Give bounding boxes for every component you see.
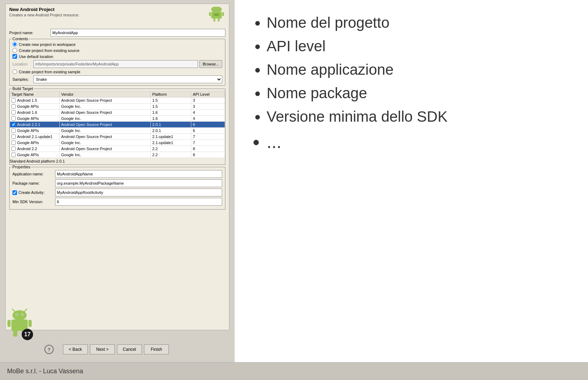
table-row[interactable]: Google APIs Google Inc. 2.1-update1 7 — [10, 140, 225, 146]
radio-sample-row[interactable]: Create project from existing sample — [12, 69, 222, 74]
cell-platform: 2.1-update1 — [151, 134, 191, 140]
col-target-name: Target Name — [10, 91, 60, 97]
bullet-item: Versione minima dello SDK — [267, 108, 570, 125]
cell-api: 6 — [191, 122, 225, 128]
cell-api: 4 — [191, 110, 225, 116]
cell-api: 8 — [191, 152, 225, 158]
table-row[interactable]: Android 1.5 Android Open Source Project … — [10, 97, 225, 104]
cell-vendor: Android Open Source Project — [60, 146, 151, 152]
row-checkbox[interactable] — [11, 122, 16, 127]
svg-rect-4 — [214, 19, 215, 22]
checkbox-default-location[interactable] — [12, 54, 17, 59]
bottom-area: 17 ? < Back Next > Cancel Finish — [5, 330, 229, 359]
cell-api: 7 — [191, 134, 225, 140]
cell-platform: 2.0.1 — [151, 122, 191, 128]
project-name-input[interactable] — [50, 29, 225, 37]
dialog-header: New Android Project Creates a new Androi… — [6, 4, 229, 27]
help-button[interactable]: ? — [44, 345, 54, 354]
cell-api: 3 — [191, 104, 225, 110]
row-checkbox[interactable] — [11, 134, 16, 139]
target-name-text: Android 2.0.1 — [17, 122, 40, 127]
package-name-row: Package name: — [12, 179, 222, 187]
app-name-label: Application name: — [12, 172, 55, 176]
next-button[interactable]: Next > — [90, 344, 115, 354]
table-row[interactable]: Google APIs Google Inc. 1.5 3 — [10, 104, 225, 110]
badge-number: 17 — [22, 329, 33, 340]
target-name-text: Android 2.2 — [17, 147, 37, 151]
package-name-input[interactable] — [55, 179, 222, 187]
cell-target-name: Android 2.1-update1 — [10, 134, 60, 140]
cell-api: 4 — [191, 116, 225, 122]
row-checkbox[interactable] — [11, 104, 16, 109]
target-name-text: Google APIs — [17, 104, 39, 109]
row-checkbox[interactable] — [11, 128, 16, 133]
svg-point-18 — [16, 314, 17, 315]
cell-vendor: Android Open Source Project — [60, 97, 151, 104]
radio-existing-input[interactable] — [12, 48, 17, 53]
table-row[interactable]: Android 2.2 Android Open Source Project … — [10, 146, 225, 152]
contents-section: Contents Create new project in workspace… — [9, 39, 225, 86]
footer: MoBe s.r.l. - Luca Vassena — [0, 362, 588, 380]
radio-sample-input[interactable] — [12, 69, 17, 74]
cell-target-name: Android 1.6 — [10, 110, 60, 116]
dialog-box: New Android Project Creates a new Androi… — [5, 4, 229, 330]
cell-platform: 2.0.1 — [151, 128, 191, 134]
cell-vendor: Android Open Source Project — [60, 134, 151, 140]
build-target-label: Build Target — [12, 86, 34, 91]
dialog-header-text: New Android Project Creates a new Androi… — [9, 7, 208, 17]
min-sdk-row: Min SDK Version: — [12, 198, 222, 206]
cell-api: 8 — [191, 146, 225, 152]
svg-line-15 — [24, 309, 27, 312]
dialog-content: Project name: Contents Create new projec… — [6, 27, 229, 330]
app-name-input[interactable] — [55, 170, 222, 178]
svg-rect-22 — [28, 320, 32, 327]
checkbox-default-location-row[interactable]: Use default location — [12, 54, 222, 59]
target-name-text: Google APIs — [17, 153, 39, 157]
radio-existing-source[interactable]: Create project from existing source — [12, 48, 222, 53]
back-button[interactable]: < Back — [63, 344, 88, 354]
location-input[interactable] — [33, 60, 198, 68]
cell-api: 3 — [191, 97, 225, 104]
table-row[interactable]: Google APIs Google Inc. 2.0.1 6 — [10, 128, 225, 134]
bullet-item: ... — [267, 132, 570, 152]
create-activity-checkbox[interactable] — [12, 190, 17, 195]
target-name-text: Android 1.6 — [17, 110, 37, 115]
row-checkbox[interactable] — [11, 116, 16, 121]
bullet-list: Nome del progettoAPI levelNome applicazi… — [252, 14, 570, 152]
browse-button[interactable]: Browse... — [199, 60, 222, 68]
samples-row: Samples: Snake — [12, 75, 222, 83]
radio-new-label: Create new project in workspace — [19, 42, 76, 47]
cell-vendor: Android Open Source Project — [60, 122, 151, 128]
table-row[interactable]: Android 2.0.1 Android Open Source Projec… — [10, 122, 225, 128]
cancel-button[interactable]: Cancel — [117, 344, 142, 354]
table-row[interactable]: Android 1.6 Android Open Source Project … — [10, 110, 225, 116]
table-row[interactable]: Android 2.1-update1 Android Open Source … — [10, 134, 225, 140]
min-sdk-input[interactable] — [55, 198, 222, 206]
min-sdk-label: Min SDK Version: — [12, 200, 55, 204]
row-checkbox[interactable] — [11, 153, 16, 157]
radio-new-project[interactable]: Create new project in workspace — [12, 42, 222, 47]
finish-button[interactable]: Finish — [144, 344, 169, 354]
bullet-item: API level — [267, 38, 570, 55]
svg-rect-12 — [214, 14, 219, 16]
cell-vendor: Android Open Source Project — [60, 110, 151, 116]
cell-target-name: Android 2.2 — [10, 146, 60, 152]
create-activity-input[interactable] — [55, 189, 222, 196]
cell-vendor: Google Inc. — [60, 128, 151, 134]
location-row: Location: Browse... — [12, 60, 222, 68]
radio-new-input[interactable] — [12, 42, 17, 47]
cell-platform: 1.6 — [151, 110, 191, 116]
samples-select[interactable]: Snake — [33, 75, 222, 83]
bullet-item: Nome applicazione — [267, 61, 570, 78]
row-checkbox[interactable] — [11, 98, 16, 102]
table-row[interactable]: Google APIs Google Inc. 1.6 4 — [10, 116, 225, 122]
svg-line-14 — [12, 309, 15, 312]
radio-existing-label: Create project from existing source — [19, 48, 80, 53]
row-checkbox[interactable] — [11, 141, 16, 145]
bullet-item: Nome del progetto — [267, 14, 570, 31]
svg-rect-3 — [222, 12, 224, 16]
cell-target-name: Android 1.5 — [10, 97, 60, 104]
table-row[interactable]: Google APIs Google Inc. 2.2 8 — [10, 152, 225, 158]
row-checkbox[interactable] — [11, 147, 16, 151]
row-checkbox[interactable] — [11, 110, 16, 115]
